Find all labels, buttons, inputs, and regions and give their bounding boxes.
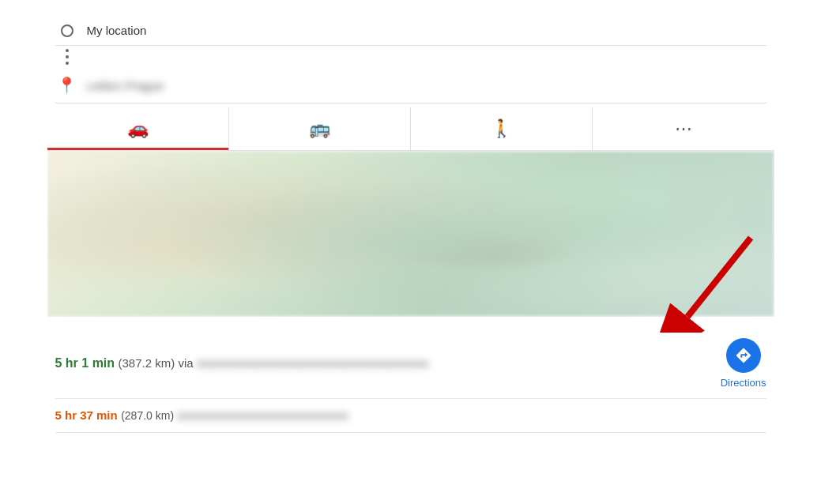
primary-details: (387.2 km) via — [119, 356, 197, 370]
connector-dot-2 — [66, 55, 69, 58]
connector-dot-3 — [66, 62, 69, 65]
tab-transit[interactable]: 🚌 — [229, 107, 411, 150]
result-row-primary: 5 hr 1 min (387.2 km) via xxxxxxxxxxxxxx… — [55, 329, 766, 399]
directions-arrow-icon — [735, 347, 752, 364]
walking-icon: 🚶 — [491, 118, 512, 139]
directions-button[interactable] — [726, 338, 761, 373]
secondary-via-blurred: xxxxxxxxxxxxxxxxxxxxxxxxxxxxxxx — [177, 409, 348, 422]
from-location-icon — [55, 24, 79, 37]
transport-tabs: 🚗 🚌 🚶 ⋯ — [47, 107, 774, 151]
location-section: My location 📍 Leblon Prague — [47, 16, 774, 103]
tab-walking[interactable]: 🚶 — [411, 107, 593, 150]
secondary-details: (287.0 km) — [121, 409, 177, 422]
location-to-row: 📍 Leblon Prague — [55, 68, 766, 103]
from-location-text: My location — [87, 24, 147, 37]
to-location-text: Leblon Prague — [87, 79, 164, 92]
primary-time: 5 hr 1 min — [55, 356, 115, 370]
primary-via-blurred: xxxxxxxxxxxxxxxxxxxxxxxxxxxxxxxxxxxxxxxx… — [197, 357, 429, 370]
tab-driving[interactable]: 🚗 — [47, 107, 229, 150]
directions-button-container: Directions — [721, 338, 766, 389]
more-options-icon: ⋯ — [675, 118, 692, 139]
tab-more[interactable]: ⋯ — [593, 107, 774, 150]
to-location-icon: 📍 — [55, 76, 79, 95]
result-info-secondary: 5 hr 37 min (287.0 km) xxxxxxxxxxxxxxxxx… — [55, 408, 766, 423]
secondary-time: 5 hr 37 min — [55, 408, 118, 422]
route-connector-dots — [55, 46, 79, 68]
map-canvas — [47, 151, 774, 317]
pin-icon: 📍 — [57, 76, 77, 95]
car-icon: 🚗 — [127, 118, 149, 139]
results-section: 5 hr 1 min (387.2 km) via xxxxxxxxxxxxxx… — [47, 317, 774, 445]
map-preview — [47, 151, 774, 317]
result-row-secondary: 5 hr 37 min (287.0 km) xxxxxxxxxxxxxxxxx… — [55, 399, 766, 433]
connector-dot-1 — [66, 49, 69, 52]
main-container: My location 📍 Leblon Prague 🚗 🚌 🚶 ⋯ — [47, 0, 774, 445]
directions-label: Directions — [721, 377, 766, 389]
circle-icon — [61, 24, 73, 37]
location-from-row: My location — [55, 16, 766, 46]
result-info-primary: 5 hr 1 min (387.2 km) via xxxxxxxxxxxxxx… — [55, 356, 705, 370]
transit-icon: 🚌 — [309, 118, 330, 139]
